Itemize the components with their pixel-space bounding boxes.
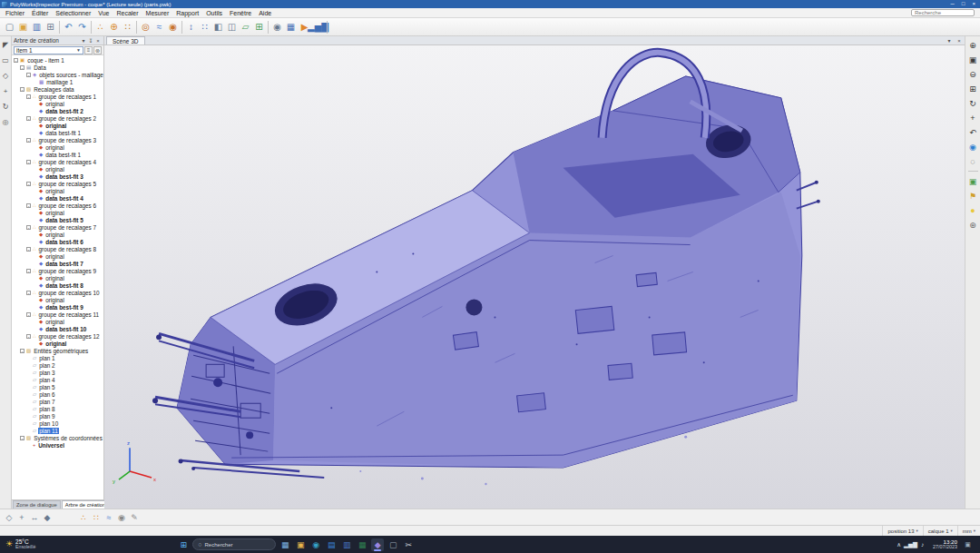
status-position-13[interactable]: position 13▾ <box>882 526 922 536</box>
volume-icon[interactable]: ♪ <box>918 539 926 550</box>
tree-item[interactable]: ◆original <box>12 274 103 281</box>
tree-expander[interactable]: - <box>26 138 31 143</box>
task-view-icon[interactable]: ▦ <box>279 538 291 551</box>
weather-widget[interactable]: ☀ 25°C Ensoleillé <box>0 539 41 550</box>
save-project-icon[interactable]: ▥ <box>30 20 44 34</box>
tree-item[interactable]: -∴groupe de recalages 4 <box>12 158 103 165</box>
tree-item[interactable]: -∴groupe de recalages 7 <box>12 223 103 231</box>
close-icon[interactable]: × <box>94 37 102 44</box>
taskbar-search[interactable]: ○ Rechercher <box>192 538 276 550</box>
pin-icon[interactable]: ↧ <box>87 37 94 44</box>
undo-icon[interactable]: ↶ <box>62 20 75 34</box>
notepad-icon[interactable]: ▢ <box>387 538 399 551</box>
align-datum-icon[interactable]: ⊕ <box>107 20 121 34</box>
status-mm[interactable]: mm▾ <box>957 526 980 536</box>
new-document-icon[interactable]: ▢ <box>3 20 16 34</box>
tree-item[interactable]: ▱plan 11 <box>12 427 103 434</box>
tree-item[interactable]: ◆data best-fit 2 <box>12 107 103 114</box>
digitize-icon[interactable]: ◉ <box>166 20 180 34</box>
tree-item[interactable]: -◈objets sources - maillage 1 <box>12 71 103 78</box>
comparison-points-icon[interactable]: ∷ <box>198 20 211 34</box>
tree-item[interactable]: ◆original <box>12 296 103 303</box>
close-button[interactable]: × <box>972 0 975 8</box>
panel-tab-arbre-de-cre-ation[interactable]: Arbre de création <box>62 500 109 509</box>
tree-item[interactable]: ◆original <box>12 100 103 107</box>
menu-search-input[interactable] <box>911 9 975 16</box>
tree-view-mode-button[interactable]: ≡ <box>84 46 93 54</box>
menu-rapport[interactable]: Rapport <box>172 8 202 18</box>
network-icon[interactable]: ▂▅▇ <box>906 539 915 550</box>
primitive-plane-icon[interactable]: ▱ <box>239 20 252 34</box>
hide-object-icon[interactable]: ◌ <box>967 155 979 167</box>
tree-item[interactable]: ▱plan 8 <box>12 405 103 412</box>
tree-item[interactable]: -∴groupe de recalages 6 <box>12 202 103 209</box>
tree-item[interactable]: ◆original <box>12 143 103 151</box>
rotate-view-icon[interactable]: ↻ <box>967 97 979 109</box>
laser-scan-icon[interactable]: ≈ <box>152 20 166 34</box>
move-tool-icon[interactable]: + <box>1 86 11 96</box>
tree-item[interactable]: ◆original <box>12 187 103 194</box>
tree-item[interactable]: -∴groupe de recalages 10 <box>12 289 103 296</box>
tree-item[interactable]: ◆original <box>12 252 103 260</box>
compass-icon[interactable]: ◎ <box>1 117 11 127</box>
zoom-in-icon[interactable]: ⊕ <box>967 39 979 51</box>
tree-item[interactable]: -▧Recalages data <box>12 85 103 93</box>
menu-aide[interactable]: Aide <box>255 8 275 18</box>
tree-item[interactable]: -∴groupe de recalages 2 <box>12 114 103 122</box>
view-options-icon[interactable]: ⊛ <box>967 219 979 231</box>
align-best-fit-icon[interactable]: ∴ <box>93 20 107 34</box>
probe-device-icon[interactable]: ◎ <box>139 20 152 34</box>
tree-item[interactable]: -▣coque - item 1 <box>12 56 103 64</box>
tree-item[interactable]: -▤Data <box>12 64 103 71</box>
tree-item[interactable]: -∴groupe de recalages 9 <box>12 267 103 274</box>
menu-fichier[interactable]: Fichier <box>2 8 28 18</box>
file-explorer-icon[interactable]: ▣ <box>294 538 307 551</box>
snipping-tool-icon[interactable]: ✂ <box>402 538 415 551</box>
menu-recaler[interactable]: Recaler <box>113 8 142 18</box>
snapshot-camera-icon[interactable]: ◉ <box>270 20 284 34</box>
taskbar-clock[interactable]: 13:20 27/07/2023 <box>930 539 960 550</box>
dimension-icon[interactable]: ◫ <box>225 20 239 34</box>
probe-group-icon[interactable]: ∷ <box>90 511 103 524</box>
pin-marker-icon[interactable]: ◉ <box>115 511 128 524</box>
anchor-diamond-icon[interactable]: ◆ <box>41 511 54 524</box>
tree-item[interactable]: ▱plan 1 <box>12 354 103 361</box>
tree-item[interactable]: ◆data best-fit 1 <box>12 129 103 136</box>
tree-item[interactable]: -∴groupe de recalages 1 <box>12 93 103 100</box>
tree-item[interactable]: ◆original <box>12 209 103 216</box>
tree-expander[interactable]: - <box>26 94 31 99</box>
select-rectangle-icon[interactable]: ▭ <box>1 55 11 65</box>
notification-icon[interactable]: ▣ <box>964 539 972 550</box>
tree-item[interactable]: ◆data best-fit 6 <box>12 238 103 245</box>
tree-item[interactable]: ◆original <box>12 318 103 325</box>
menu-mesurer[interactable]: Mesurer <box>142 8 173 18</box>
chevron-down-icon[interactable]: ▾ <box>946 37 953 44</box>
color-object-icon[interactable]: ▣ <box>967 175 979 187</box>
scan-group-icon[interactable]: ≈ <box>103 511 115 524</box>
word-icon[interactable]: ▥ <box>340 538 353 551</box>
tree-item[interactable]: ▱plan 4 <box>12 376 103 383</box>
menu-vue[interactable]: Vue <box>94 8 113 18</box>
open-project-icon[interactable]: ▣ <box>16 20 30 34</box>
tree-expander[interactable]: - <box>14 58 18 63</box>
tree-item[interactable]: ◆original <box>12 340 103 347</box>
pan-view-icon[interactable]: + <box>967 112 979 123</box>
tree-item[interactable]: -∴groupe de recalages 5 <box>12 180 103 187</box>
measure-deviation-icon[interactable]: ↕ <box>184 20 198 34</box>
redo-icon[interactable]: ↷ <box>75 20 89 34</box>
previous-view-icon[interactable]: ↶ <box>967 126 979 138</box>
tree-expander[interactable]: - <box>26 225 31 230</box>
rotate-tool-icon[interactable]: ↻ <box>1 102 11 112</box>
minimize-button[interactable]: ─ <box>951 0 955 8</box>
tree-item[interactable]: ▱plan 7 <box>12 398 103 405</box>
tree-item[interactable]: ◆data best-fit 8 <box>12 281 103 289</box>
tree-expander[interactable]: - <box>26 182 31 186</box>
move-cross-icon[interactable]: + <box>15 511 28 524</box>
excel-icon[interactable]: ▦ <box>356 538 368 551</box>
tree-item[interactable]: ◆data best-fit 3 <box>12 173 103 180</box>
tree-item[interactable]: ◆original <box>12 231 103 238</box>
tree-item[interactable]: ▱plan 3 <box>12 369 103 376</box>
tree-item[interactable]: -∴groupe de recalages 11 <box>12 311 103 318</box>
tree-expander[interactable]: - <box>20 65 24 70</box>
polyworks-icon[interactable]: ◆ <box>371 538 384 551</box>
